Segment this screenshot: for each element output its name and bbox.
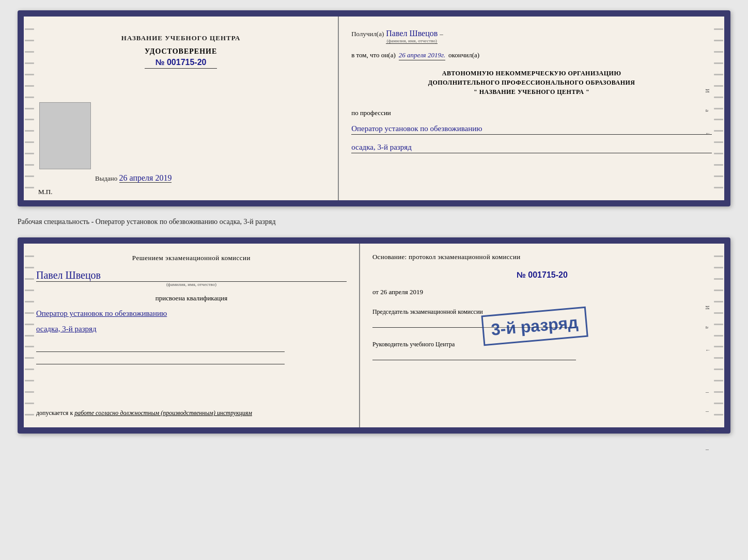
binding-lines-right-2	[713, 244, 724, 427]
middle-text: Рабочая специальность - Оператор установ…	[18, 216, 730, 228]
protocol-number: № 001715-20	[372, 270, 712, 280]
avtonom-line2: ДОПОЛНИТЕЛЬНОГО ПРОФЕССИОНАЛЬНОГО ОБРАЗО…	[351, 78, 712, 87]
doc2-left-panel: Решением экзаменационной комиссии Павел …	[24, 244, 360, 427]
rukovoditel-sig-line	[372, 351, 576, 360]
profession-handwritten: Оператор установок по обезвоживанию	[351, 124, 712, 135]
fio-wrapper-2: Павел Швецов (фамилия, имя, отчество)	[36, 268, 347, 287]
binding-lines-right-1	[713, 17, 724, 200]
avtonom-line3: " НАЗВАНИЕ УЧЕБНОГО ЦЕНТРА "	[351, 87, 712, 97]
center-title-1: НАЗВАНИЕ УЧЕБНОГО ЦЕНТРА	[121, 34, 241, 42]
fio-large: Павел Швецов	[36, 269, 347, 281]
side-annotation-i-2: И	[705, 306, 711, 310]
resheniem-title: Решением экзаменационной комиссии	[36, 254, 347, 262]
dash-1: –	[440, 30, 443, 38]
razryad-text: осадка, 3-й разряд	[36, 325, 347, 333]
udostoverenie-block: УДОСТОВЕРЕНИЕ № 001715-20	[145, 47, 217, 69]
sig-line-2	[36, 355, 285, 364]
document-2: Решением экзаменационной комиссии Павел …	[18, 237, 730, 434]
side-annotation-i: И	[705, 89, 711, 93]
okончил-label: окончил(а)	[448, 51, 479, 59]
signature-lines	[36, 343, 347, 364]
avtonom-block: АВТОНОМНУЮ НЕКОММЕРЧЕСКУЮ ОРГАНИЗАЦИЮ ДО…	[351, 69, 712, 97]
rukovoditel-block: Руководитель учебного Центра	[372, 340, 712, 360]
side-annotation-a-2: а	[705, 326, 711, 329]
doc2-right-panel: Основание: протокол экзаменационной коми…	[360, 244, 724, 427]
rukovoditel-label: Руководитель учебного Центра	[372, 340, 712, 349]
right-dashes: – – – –	[706, 388, 709, 453]
udostoverenie-label: УДОСТОВЕРЕНИЕ	[145, 47, 217, 56]
avtonom-line1: АВТОНОМНУЮ НЕКОММЕРЧЕСКУЮ ОРГАНИЗАЦИЮ	[351, 69, 712, 78]
binding-lines-left-2	[24, 244, 35, 427]
photo-placeholder	[39, 102, 91, 169]
binding-lines-left	[24, 17, 35, 200]
vydano-label: Выдано	[95, 174, 117, 182]
po-professii-label: по профессии	[351, 109, 712, 117]
ot-date: от 26 апреля 2019	[372, 288, 712, 296]
doc1-left-panel: НАЗВАНИЕ УЧЕБНОГО ЦЕНТРА УДОСТОВЕРЕНИЕ №…	[24, 17, 339, 200]
udostoverenie-number: № 001715-20	[145, 58, 217, 69]
page-container: НАЗВАНИЕ УЧЕБНОГО ЦЕНТРА УДОСТОВЕРЕНИЕ №…	[18, 10, 730, 434]
razryad-handwritten-1: осадка, 3-й разряд	[351, 143, 712, 153]
fio-sub-2: (фамилия, имя, отчество)	[36, 281, 347, 287]
dopuskaetsya-block: допускается к работе согласно должностны…	[36, 402, 347, 417]
vtom-line: в том, что он(а) 26 апреля 2019г. окончи…	[351, 51, 712, 60]
document-1: НАЗВАНИЕ УЧЕБНОГО ЦЕНТРА УДОСТОВЕРЕНИЕ №…	[18, 10, 730, 206]
dopusk-text: работе согласно должностным (производств…	[74, 409, 252, 417]
poluchil-line: Получил(а) Павел Швецов (фамилия, имя, о…	[351, 29, 712, 44]
vydano-block: Выдано 26 апреля 2019	[38, 173, 172, 188]
vtom-label: в том, что он(а)	[351, 51, 396, 59]
poluchil-label: Получил(а)	[351, 30, 384, 38]
doc1-right-panel: Получил(а) Павел Швецов (фамилия, имя, о…	[339, 17, 724, 200]
side-annotation-a: а	[705, 109, 711, 112]
fio-sub-1: (фамилия, имя, отчество)	[387, 38, 437, 43]
prisvoena-text: присвоена квалификация	[36, 294, 347, 302]
dopuskaetsya-label: допускается к	[36, 409, 73, 417]
mp-label: М.П.	[38, 188, 52, 196]
vydano-date: 26 апреля 2019	[119, 173, 172, 183]
fio-wrapper-1: Павел Швецов (фамилия, имя, отчество)	[386, 29, 438, 44]
osnovanie-title: Основание: протокол экзаменационной коми…	[372, 253, 712, 261]
sig-line-1	[36, 343, 285, 352]
vtom-date: 26 апреля 2019г.	[399, 51, 445, 60]
side-annotation-arrow: ←	[705, 130, 711, 136]
side-annotation-arrow-2: ←	[705, 347, 711, 353]
qualification-text: Оператор установок по обезвоживанию	[36, 308, 347, 319]
fio-handwritten-1: Павел Швецов	[386, 29, 438, 38]
